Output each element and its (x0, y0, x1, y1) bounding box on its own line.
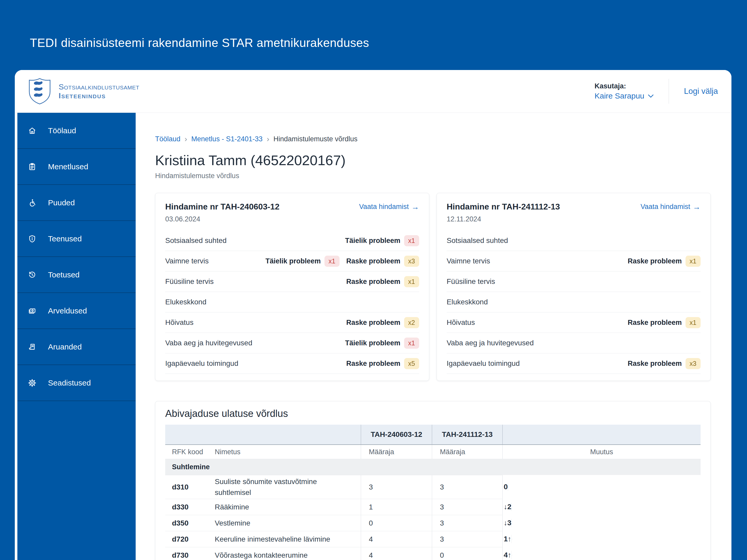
app-window: Sotsiaalkindlustusamet Iseteenindus Kasu… (15, 70, 731, 560)
change-grid: 4↑ (503, 547, 701, 560)
domain-row: Hõivatus Raske probleem x2 (165, 313, 419, 333)
severity-count-badge: x1 (686, 317, 701, 328)
assessment-title: Hindamine nr TAH-241112-13 (447, 202, 560, 212)
assessment-title: Hindamine nr TAH-240603-12 (165, 202, 279, 212)
domain-row: Elukeskkond (447, 292, 701, 313)
domain-label: Elukeskkond (165, 298, 206, 306)
domain-label: Füüsiline tervis (165, 277, 214, 286)
sidebar: Töölaud Menetlused Puuded (17, 113, 136, 560)
severity-count-badge: x3 (404, 256, 419, 267)
change-grid: 1↑ (503, 531, 701, 547)
severity-name: Täielik probleem (265, 257, 321, 265)
content-area: Töölaud › Menetlus - S1-2401-33 › Hindam… (136, 113, 731, 560)
sidebar-item-teenused[interactable]: Teenused (17, 221, 136, 257)
domain-row: Sotsiaalsed suhted (447, 231, 701, 251)
comparison-card: Abivajaduse ulatuse võrdlus TAH-240603-1… (155, 401, 711, 560)
user-menu[interactable]: Kasutaja: Kaire Sarapuu (594, 81, 654, 101)
domain-row: Igapäevaelu toimingud Raske probleem x3 (447, 353, 701, 374)
change-value: 4↑ (504, 551, 512, 559)
history-icon (28, 270, 36, 279)
sidebar-item-menetlused[interactable]: Menetlused (17, 149, 136, 185)
sidebar-item-label: Teenused (48, 234, 82, 243)
sidebar-item-puuded[interactable]: Puuded (17, 185, 136, 221)
person-title: Kristiina Tamm (46522020167) (155, 152, 711, 168)
value-assessment-2: 3 (432, 515, 503, 531)
cash-icon (28, 306, 36, 315)
table-row: d330 Rääkimine 1 3 ↓2 (165, 499, 701, 515)
comparison-table: TAH-240603-12 TAH-241112-13 RFK kood Nim… (165, 425, 701, 560)
sidebar-item-arveldused[interactable]: Arveldused (17, 293, 136, 329)
view-assessment-link[interactable]: Vaata hindamist → (640, 203, 701, 211)
value-assessment-2: 0 (432, 547, 503, 560)
breadcrumb-current: Hindamistulemuste võrdlus (274, 135, 357, 143)
domain-label: Hõivatus (165, 318, 194, 327)
sidebar-item-label: Aruanded (48, 343, 82, 351)
view-assessment-link[interactable]: Vaata hindamist → (359, 203, 419, 211)
domain-label: Vaimne tervis (447, 257, 490, 265)
rfk-code: d310 (172, 483, 215, 491)
arrow-right-icon: → (693, 203, 701, 211)
breadcrumb-link-menetlus[interactable]: Menetlus - S1-2401-33 (191, 135, 263, 143)
breadcrumb-link-toolaud[interactable]: Töölaud (155, 135, 181, 143)
domain-row: Vaimne tervis Raske probleem x1 (447, 251, 701, 271)
change-grid: ↓2 (503, 499, 701, 515)
domain-row: Sotsiaalsed suhted Täielik probleem x1 (165, 231, 419, 251)
domain-label: Sotsiaalsed suhted (165, 236, 227, 245)
rfk-code: d350 (172, 519, 215, 527)
sidebar-item-label: Puuded (48, 198, 75, 207)
change-grid: 0 (503, 475, 701, 499)
change-grid: ↓3 (503, 515, 701, 531)
shield-info-icon (28, 234, 36, 243)
user-label: Kasutaja: (594, 81, 654, 91)
value-assessment-1: 0 (361, 515, 432, 531)
severity-name: Raske probleem (346, 278, 401, 286)
value-assessment-2: 3 (432, 531, 503, 547)
home-icon (28, 126, 36, 135)
sidebar-item-aruanded[interactable]: Aruanded (17, 329, 136, 365)
severity-name: Raske probleem (628, 359, 682, 368)
logout-link[interactable]: Logi välja (684, 87, 718, 96)
severity-name: Täielik probleem (345, 339, 401, 347)
sidebar-item-toetused[interactable]: Toetused (17, 257, 136, 293)
change-cell (512, 555, 513, 555)
domain-row: Elukeskkond (165, 292, 419, 313)
assessment-card-2: Hindamine nr TAH-241112-13 Vaata hindami… (437, 193, 711, 381)
rfk-code: d730 (172, 551, 215, 559)
severity-count-badge: x3 (686, 358, 701, 369)
severity-count-badge: x1 (404, 235, 419, 246)
app-header: Sotsiaalkindlustusamet Iseteenindus Kasu… (15, 70, 731, 113)
domain-row: Füüsiline tervis Raske probleem x1 (165, 271, 419, 292)
sidebar-item-label: Arveldused (48, 306, 87, 315)
domain-row: Vaimne tervis Täielik probleem x1 Raske … (165, 251, 419, 271)
report-icon (28, 343, 36, 351)
domain-label: Elukeskkond (447, 298, 488, 306)
sidebar-item-toolaud[interactable]: Töölaud (17, 113, 136, 149)
divider (669, 79, 669, 104)
change-value: ↓3 (504, 519, 512, 527)
change-cell (512, 539, 513, 539)
gear-icon (28, 378, 36, 387)
breadcrumb-separator: › (185, 135, 187, 143)
view-assessment-label: Vaata hindamist (359, 203, 409, 211)
severity-count-badge: x1 (404, 276, 419, 287)
domain-label: Igapäevaelu toimingud (447, 359, 520, 368)
change-value: ↓2 (504, 503, 512, 511)
header-assessment-2: TAH-241112-13 (432, 425, 503, 445)
value-assessment-2: 3 (432, 499, 503, 515)
domain-row: Füüsiline tervis (447, 271, 701, 292)
domain-label: Igapäevaelu toimingud (165, 359, 238, 368)
sidebar-item-seadistused[interactable]: Seadistused (17, 365, 136, 401)
domain-row: Igapäevaelu toimingud Raske probleem x5 (165, 353, 419, 374)
assessment-card-1: Hindamine nr TAH-240603-12 Vaata hindami… (155, 193, 429, 381)
value-assessment-1: 4 (361, 531, 432, 547)
comparison-title: Abivajaduse ulatuse võrdlus (165, 407, 701, 420)
chevron-down-icon (648, 95, 654, 98)
user-name: Kaire Sarapuu (594, 91, 644, 101)
sidebar-item-label: Menetlused (48, 162, 88, 171)
severity-name: Raske probleem (346, 359, 401, 368)
column-header-rfk-kood: RFK kood (172, 448, 215, 456)
table-header-row-2: RFK kood Nimetus Määraja Määraja Muutus (165, 445, 701, 459)
domain-row: Hõivatus Raske probleem x1 (447, 313, 701, 333)
severity-count-badge: x1 (686, 256, 701, 267)
severity-name: Raske probleem (628, 319, 682, 327)
